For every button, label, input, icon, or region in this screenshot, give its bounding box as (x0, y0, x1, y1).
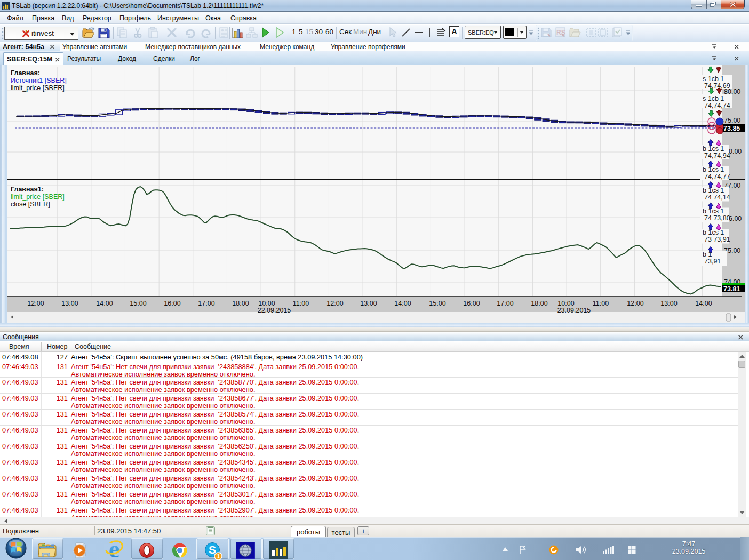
svg-text:17:00: 17:00 (198, 300, 214, 307)
svg-text:16:00: 16:00 (463, 300, 480, 307)
svg-text:14:00: 14:00 (695, 300, 712, 307)
svg-text:14:00: 14:00 (394, 300, 411, 307)
svg-text:limit_price [SBER]: limit_price [SBER] (11, 84, 65, 92)
svg-text:Главная:: Главная: (11, 69, 40, 77)
svg-text:12:00: 12:00 (627, 300, 643, 307)
svg-text:b 1cs 1: b 1cs 1 (703, 187, 724, 194)
svg-text:18:00: 18:00 (232, 300, 249, 307)
svg-text:74,74,74: 74,74,74 (704, 102, 730, 109)
svg-text:23.09.2015: 23.09.2015 (557, 307, 591, 314)
svg-text:s 1cb 1: s 1cb 1 (703, 95, 724, 102)
svg-text:74,74,77: 74,74,77 (704, 173, 730, 180)
svg-text:b 1cs 1: b 1cs 1 (703, 207, 724, 215)
svg-text:13:00: 13:00 (61, 300, 78, 307)
svg-text:s 1cb 1: s 1cb 1 (703, 75, 724, 83)
svg-text:17:00: 17:00 (497, 300, 513, 307)
svg-text:18:00: 18:00 (531, 300, 547, 307)
svg-text:close [SBER]: close [SBER] (11, 201, 50, 208)
svg-text:15:00: 15:00 (130, 300, 146, 307)
svg-text:73.85: 73.85 (723, 125, 740, 132)
svg-text:limit_price [SBER]: limit_price [SBER] (11, 193, 65, 201)
svg-text:74 74,14: 74 74,14 (704, 194, 730, 201)
svg-text:75.00: 75.00 (724, 117, 740, 124)
svg-text:13:00: 13:00 (660, 300, 677, 307)
svg-text:15:00: 15:00 (429, 300, 445, 307)
svg-text:73 73,91: 73 73,91 (704, 236, 730, 243)
svg-text:74,74,69: 74,74,69 (704, 82, 730, 90)
svg-text:11:00: 11:00 (593, 300, 609, 307)
svg-text:12:00: 12:00 (27, 300, 44, 307)
svg-text:Главная1:: Главная1: (11, 186, 44, 193)
svg-text:10:00: 10:00 (557, 300, 574, 307)
svg-text:74 73,80: 74 73,80 (704, 214, 730, 222)
svg-text:b 1: b 1 (703, 251, 712, 258)
svg-text:73.81: 73.81 (723, 285, 740, 293)
svg-text:22.09.2015: 22.09.2015 (258, 307, 291, 314)
svg-text:74,74,94: 74,74,94 (704, 152, 730, 159)
svg-text:b 1cs 1: b 1cs 1 (703, 145, 724, 153)
svg-text:73,91: 73,91 (704, 258, 721, 265)
svg-text:b 1cs 1: b 1cs 1 (703, 166, 724, 173)
svg-text:11:00: 11:00 (293, 300, 309, 307)
svg-text:13:00: 13:00 (360, 300, 377, 307)
svg-text:12:00: 12:00 (326, 300, 343, 307)
svg-text:1: 1 (217, 553, 220, 559)
svg-text:14:00: 14:00 (96, 300, 113, 307)
svg-text:16:00: 16:00 (164, 300, 180, 307)
svg-text:10:00: 10:00 (258, 300, 275, 307)
svg-text:Источник1 [SBER]: Источник1 [SBER] (11, 77, 67, 84)
svg-text:b 1cs 1: b 1cs 1 (703, 229, 724, 236)
